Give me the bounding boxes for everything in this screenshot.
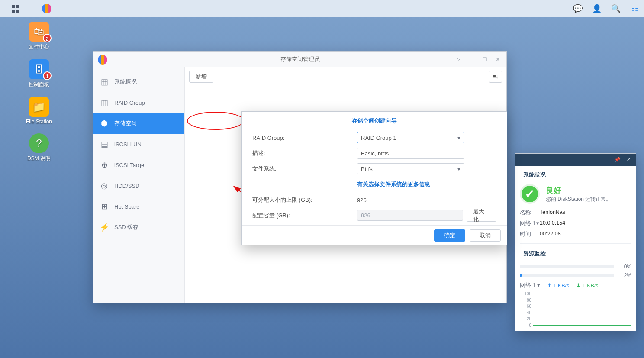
- label-desc: 描述:: [252, 149, 357, 157]
- user-icon: 👤: [592, 4, 602, 13]
- bars-icon: ▥: [100, 98, 109, 107]
- desktop-icon-label: DSM 说明: [13, 155, 65, 162]
- chevron-down-icon: ▾: [457, 135, 460, 141]
- button-label: 确定: [444, 232, 455, 239]
- bag-icon: 🛍2: [29, 22, 49, 42]
- window-volume-wizard: 存储空间创建向导 RAID Group: RAID Group 1▾ 描述: B…: [242, 111, 507, 245]
- grid-icon: [12, 5, 19, 13]
- pin-icon[interactable]: 📌: [612, 157, 622, 163]
- desktop-icon-dsm-help[interactable]: ? DSM 说明: [13, 133, 65, 162]
- desktop-icon-label: File Station: [13, 119, 65, 125]
- status-ok-icon: ✔: [520, 184, 540, 204]
- expand-icon[interactable]: ⤢: [624, 157, 633, 163]
- tray-user[interactable]: 👤: [587, 0, 606, 17]
- widget-header[interactable]: — 📌 ⤢: [515, 154, 636, 166]
- input-value: 926: [361, 212, 370, 219]
- net-up: ⬆ 1 KB/s: [547, 282, 569, 289]
- disk-icon: ◎: [100, 181, 109, 190]
- main-menu-button[interactable]: [0, 0, 31, 17]
- info-value: 00:22:08: [540, 231, 561, 238]
- sidebar-item-iscsi-target[interactable]: ⊕iSCSI Target: [93, 155, 184, 175]
- sidebar-item-label: SSD 缓存: [114, 223, 138, 231]
- search-icon: 🔍: [611, 4, 621, 13]
- maximize-button[interactable]: ☐: [479, 54, 491, 65]
- maximize-button[interactable]: 最大化: [467, 210, 496, 222]
- tray-search[interactable]: 🔍: [606, 0, 625, 17]
- net-down: ⬇ 1 KB/s: [576, 282, 598, 289]
- chevron-down-icon: ▾: [536, 220, 539, 226]
- chevron-down-icon: ▾: [457, 166, 460, 172]
- badge: 1: [43, 71, 52, 80]
- cubes-icon: ⬢: [100, 119, 109, 128]
- minimize-button[interactable]: —: [466, 54, 478, 65]
- wizard-form: RAID Group: RAID Group 1▾ 描述: Basic, btr…: [242, 131, 507, 223]
- button-label: 最大化: [473, 208, 490, 223]
- chat-icon: 💬: [573, 4, 583, 13]
- input-value: Basic, btrfs: [361, 150, 389, 157]
- sliders-icon: 🎛1: [29, 59, 49, 79]
- globe-icon: ⊕: [100, 160, 109, 170]
- fs-info-link[interactable]: 有关选择文件系统的更多信息: [357, 181, 430, 188]
- alloc-input[interactable]: 926: [357, 210, 463, 221]
- resource-bar: 2%: [520, 272, 631, 278]
- sidebar: ▦系统概况 ▥RAID Group ⬢存储空间 ▤iSCSI LUN ⊕iSCS…: [93, 67, 184, 303]
- sort-button[interactable]: ≡↓: [489, 71, 502, 83]
- database-icon: ▤: [100, 139, 109, 149]
- sidebar-item-volume[interactable]: ⬢存储空间: [93, 113, 184, 134]
- taskbar-app-storage-manager[interactable]: [31, 0, 62, 17]
- sidebar-item-overview[interactable]: ▦系统概况: [93, 71, 184, 92]
- bar-percent: 0%: [618, 264, 631, 270]
- minimize-icon[interactable]: —: [601, 157, 611, 163]
- add-button[interactable]: 新增: [189, 71, 213, 83]
- toolbar: 新增 ≡↓: [185, 67, 506, 86]
- taskbar-right: 💬 👤 🔍 ☷: [568, 0, 644, 17]
- help-button[interactable]: ?: [453, 54, 465, 65]
- badge: 2: [43, 34, 52, 42]
- label-max-alloc: 可分配大小的上限 (GB):: [252, 196, 357, 204]
- tray-widget[interactable]: ☷: [625, 0, 644, 17]
- tray-chat[interactable]: 💬: [568, 0, 587, 17]
- info-value: 10.0.0.154: [540, 220, 565, 227]
- net-chart: 100 80 60 40 20 0: [520, 293, 631, 326]
- sidebar-item-iscsi-lun[interactable]: ▤iSCSI LUN: [93, 134, 184, 155]
- chart-series-down: [533, 325, 631, 326]
- ok-button[interactable]: 确定: [434, 229, 465, 242]
- storage-manager-icon: [98, 55, 106, 64]
- info-key[interactable]: 网络 1▾: [520, 220, 540, 227]
- bar-percent: 2%: [618, 272, 631, 278]
- sort-icon: ≡↓: [493, 73, 499, 80]
- desktop: 🛍2 套件中心 🎛1 控制面板 📁 File Station ? DSM 说明: [13, 22, 65, 171]
- raid-group-select[interactable]: RAID Group 1▾: [357, 132, 464, 143]
- label-raid-group: RAID Group:: [252, 135, 357, 141]
- desktop-icon-label: 控制面板: [13, 81, 65, 88]
- wizard-title: 存储空间创建向导: [242, 112, 507, 131]
- desc-input[interactable]: Basic, btrfs: [357, 148, 464, 159]
- filesystem-select[interactable]: Btrfs▾: [357, 163, 464, 174]
- select-value: RAID Group 1: [361, 135, 396, 141]
- sidebar-item-label: iSCSI Target: [114, 162, 146, 168]
- sidebar-item-raid-group[interactable]: ▥RAID Group: [93, 92, 184, 113]
- close-button[interactable]: ✕: [492, 54, 504, 65]
- select-value: Btrfs: [361, 166, 373, 172]
- sidebar-item-ssd-cache[interactable]: ⚡SSD 缓存: [93, 217, 184, 238]
- chart-y-axis: 100 80 60 40 20 0: [518, 291, 531, 328]
- titlebar[interactable]: 存储空间管理员 ? — ☐ ✕: [93, 52, 506, 67]
- help-icon: ?: [29, 133, 49, 153]
- desktop-icon-package-center[interactable]: 🛍2 套件中心: [13, 22, 65, 51]
- desktop-icon-control-panel[interactable]: 🎛1 控制面板: [13, 59, 65, 88]
- button-label: 取消: [480, 232, 491, 239]
- taskbar: 💬 👤 🔍 ☷: [0, 0, 644, 17]
- sidebar-item-label: iSCSI LUN: [114, 141, 142, 148]
- sidebar-item-label: 系统概况: [114, 78, 137, 86]
- sidebar-item-hot-spare[interactable]: ⊞Hot Spare: [93, 196, 184, 217]
- label-alloc: 配置容量 (GB):: [252, 212, 357, 219]
- folder-search-icon: 📁: [29, 97, 49, 117]
- cancel-button[interactable]: 取消: [470, 229, 501, 242]
- desktop-icon-file-station[interactable]: 📁 File Station: [13, 97, 65, 125]
- widget-section-title: 系统状况: [520, 168, 631, 182]
- sidebar-item-hdd-ssd[interactable]: ◎HDD/SSD: [93, 175, 184, 196]
- taskbar-left: [0, 0, 62, 17]
- status-desc: 您的 DiskStation 运转正常。: [546, 196, 611, 203]
- net-label[interactable]: 网络 1 ▾: [520, 282, 540, 289]
- sidebar-item-label: RAID Group: [114, 100, 145, 106]
